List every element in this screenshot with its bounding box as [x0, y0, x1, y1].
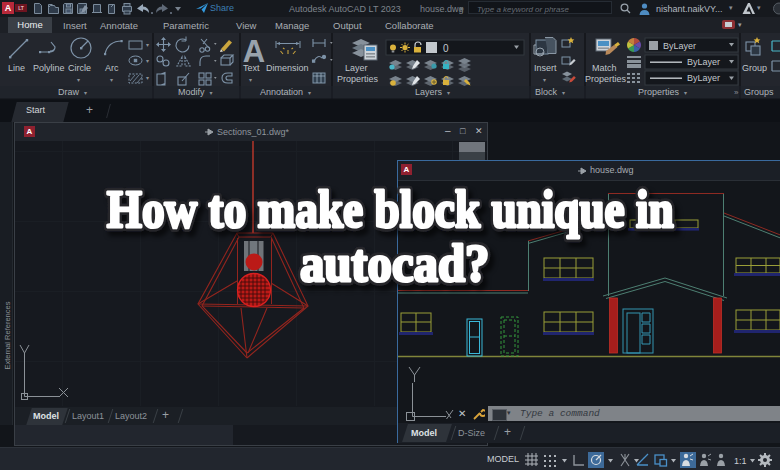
svg-text:1:1: 1:1 [734, 456, 747, 466]
